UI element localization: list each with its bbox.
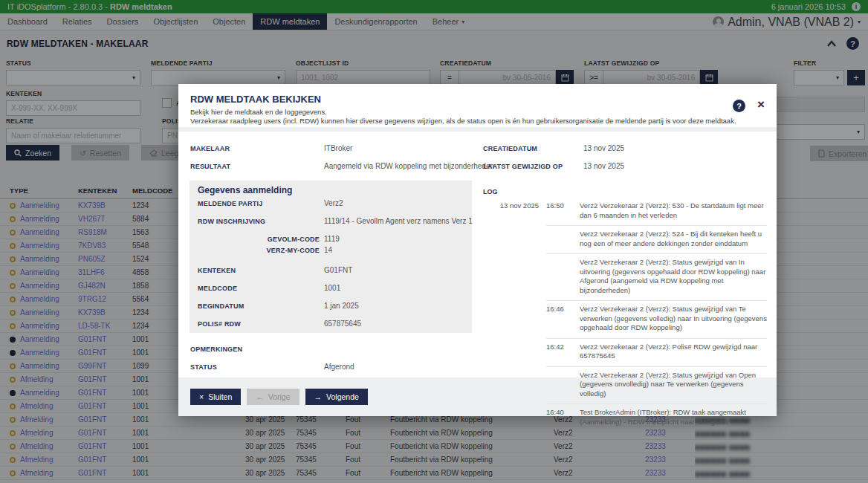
log-date: 13 nov 2025 <box>483 198 546 225</box>
log-time: 16:50 <box>546 201 580 220</box>
arrow-right-icon: → <box>314 392 323 401</box>
meldcode-label: MELDCODE <box>198 285 237 292</box>
log-time <box>546 258 580 295</box>
begindatum-value: 1 jan 2025 <box>324 302 359 310</box>
modal-title: RDW MELDTAAK BEKIJKEN <box>190 94 765 105</box>
begindatum-label: BEGINDATUM <box>198 302 244 310</box>
log-heading: LOG <box>483 188 498 195</box>
log-message: Verz2 Verzekeraar 2 (Verz2): 524 - Bij d… <box>580 230 767 248</box>
status-label: STATUS <box>190 363 217 371</box>
vorige-button[interactable]: ←Vorige <box>247 389 299 405</box>
close-icon: × <box>199 392 204 401</box>
log-entry: 13 nov 2025 16:50 Verz2 Verzekeraar 2 (V… <box>483 198 767 225</box>
log-entry: 16:46 Verz2 Verzekeraar 2 (Verz2): Statu… <box>483 300 767 338</box>
log-date <box>483 225 546 253</box>
modal-header: RDW MELDTAAK BEKIJKEN Bekijk hier de mel… <box>178 84 777 127</box>
log-entry: Verz2 Verzekeraar 2 (Verz2): Status gewi… <box>483 253 767 300</box>
modal-close-icon[interactable]: × <box>757 98 765 111</box>
meldcode-value: 1001 <box>324 284 340 292</box>
log-entry: 16:42 Verz2 Verzekeraar 2 (Verz2): Polis… <box>483 338 767 366</box>
kenteken-value: G01FNT <box>324 266 352 274</box>
screen: IT iDOSplatform - 2.80.0.3 - RDW meldtak… <box>0 0 868 483</box>
makelaar-label: MAKELAAR <box>190 145 230 152</box>
log-time <box>546 230 580 248</box>
meldende-partij-label: MELDENDE PARTIJ <box>198 200 262 207</box>
gegevens-aanmelding-heading: Gegevens aanmelding <box>198 185 292 195</box>
resultaat-value: Aangemeld via RDW koppeling met bijzonde… <box>324 162 494 170</box>
log-date <box>483 300 546 338</box>
gevolm-code-value: 1119 <box>324 235 340 243</box>
polis-rdw-label: POLIS# RDW <box>198 320 241 328</box>
sluiten-button[interactable]: ×Sluiten <box>190 389 241 405</box>
log-message: Verz2 Verzekeraar 2 (Verz2): Status gewi… <box>580 305 767 333</box>
modal-help-icon[interactable]: ? <box>733 100 745 112</box>
log-message: Verz2 Verzekeraar 2 (Verz2): 530 - De st… <box>580 201 767 220</box>
opmerkingen-label: OPMERKINGEN <box>190 346 242 353</box>
modal-body: MAKELAAR ITBroker RESULTAAT Aangemeld vi… <box>178 132 777 377</box>
log-message: Verz2 Verzekeraar 2 (Verz2): Status gewi… <box>580 258 767 295</box>
meldende-partij-value: Verz2 <box>324 199 343 207</box>
log-date <box>483 338 546 366</box>
log-time: 16:42 <box>546 343 580 361</box>
laatst-gewijzigd-value: 13 nov 2025 <box>583 162 624 170</box>
creatiedatum-value: 13 nov 2025 <box>583 144 624 152</box>
modal-subtitle-1: Bekijk hier de meldtaak en de loggegeven… <box>190 108 765 117</box>
polis-rdw-value: 657875645 <box>324 320 361 328</box>
log-message: Verz2 Verzekeraar 2 (Verz2): Polis# RDW … <box>580 343 767 361</box>
rdw-meldtaak-modal: RDW MELDTAAK BEKIJKEN Bekijk hier de mel… <box>178 84 777 416</box>
verz-my-code-label: VERZ-MY-CODE <box>198 247 320 254</box>
makelaar-value: ITBroker <box>324 144 352 152</box>
modal-footer: ×Sluiten ←Vorige →Volgende <box>178 377 777 416</box>
modal-subtitle-2: Verzekeraar raadpleeg users (incl. RDW) … <box>190 117 765 126</box>
rdw-inschrijving-value: 1119/14 - Gevollm Agent verz namens Verz… <box>324 217 473 225</box>
laatst-gewijzigd-label: LAATST GEWIJZIGD OP <box>483 163 563 170</box>
arrow-left-icon: ← <box>256 392 264 401</box>
log-date <box>483 253 546 300</box>
gevolm-code-label: GEVOLM-CODE <box>198 236 320 243</box>
kenteken-label: KENTEKEN <box>198 267 236 274</box>
volgende-button[interactable]: →Volgende <box>305 389 368 405</box>
rdw-inschrijving-label: RDW INSCHRIJVING <box>198 218 265 225</box>
creatiedatum-label: CREATIEDATUM <box>483 145 537 152</box>
verz-my-code-value: 14 <box>324 246 332 254</box>
log-entry: Verz2 Verzekeraar 2 (Verz2): 524 - Bij d… <box>483 225 767 253</box>
resultaat-label: RESULTAAT <box>190 163 230 170</box>
status-value: Afgerond <box>324 363 354 371</box>
log-time: 16:46 <box>546 305 580 333</box>
